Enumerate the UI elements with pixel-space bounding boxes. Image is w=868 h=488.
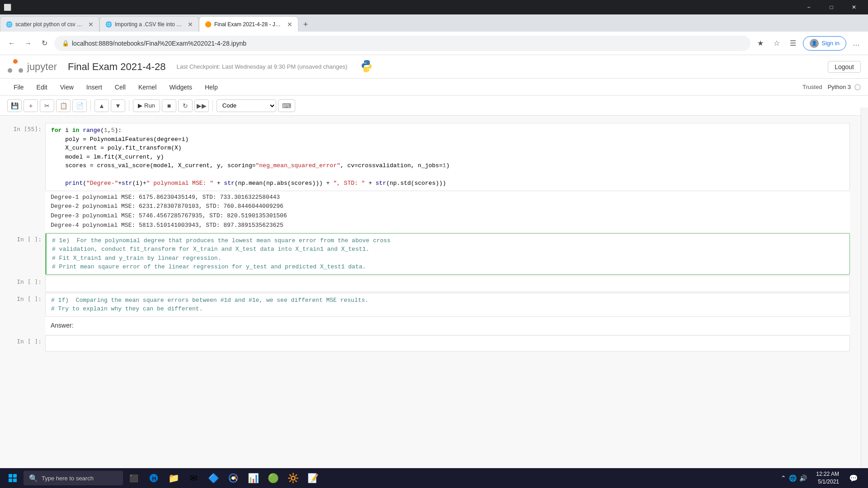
cell-empty-code[interactable] [45,276,850,292]
forward-button[interactable]: → [22,37,34,50]
paste-button[interactable]: 📄 [72,99,87,112]
menu-insert[interactable]: Insert [80,82,108,93]
tab-1-close[interactable]: ✕ [88,21,94,28]
excel-taskbar-icon[interactable]: 📊 [244,469,262,487]
menu-edit[interactable]: Edit [30,82,54,93]
kernel-label: Python 3 [828,84,851,90]
cell-empty2-container: In [ ]: [0,335,868,352]
app5-icon: 🟢 [268,473,279,483]
keyboard-button[interactable]: ⌨ [278,99,295,112]
explorer-taskbar-icon[interactable]: 📁 [165,469,183,487]
stop-button[interactable]: ■ [162,99,176,112]
svg-point-1 [8,68,12,73]
save-button[interactable]: 💾 [7,99,22,112]
volume-icon[interactable]: 🔊 [799,474,807,482]
taskbar-left: 🔍 Type here to search ⬛ 📁 ✉ 🔷 [0,469,322,487]
menu-widgets[interactable]: Widgets [163,82,198,93]
add-cell-button[interactable]: + [24,99,38,112]
cell-type-select[interactable]: Code Markdown Raw NBConvert [217,99,276,112]
app5-taskbar-icon[interactable]: 🟢 [264,469,282,487]
maximize-button[interactable]: □ [821,0,842,14]
right-sidebar [861,108,868,487]
cell-empty2-number: In [ ]: [0,335,45,352]
app3-taskbar-icon[interactable]: 🔷 [204,469,222,487]
new-tab-button[interactable]: + [298,17,313,32]
restart-run-button[interactable]: ▶▶ [194,99,209,112]
favorites-icon[interactable]: ☆ [770,37,783,50]
separator-3 [212,100,213,111]
separator-2 [129,100,129,111]
notifications-button[interactable]: 💬 [844,469,863,487]
chrome-taskbar-icon[interactable] [224,469,242,487]
edge-taskbar-icon[interactable] [145,469,163,487]
start-button[interactable] [4,469,22,487]
cell-empty-content [45,276,850,292]
cell-1f-code-text: # 1f) Comparing the mean square errors b… [51,296,844,314]
tab-1-favicon: 🌐 [6,21,13,28]
menu-cell[interactable]: Cell [108,82,132,93]
app3-icon: 🔷 [208,473,219,483]
cell-55-code[interactable]: for i in range(1,5): poly = PolynomialFe… [45,123,850,191]
tab-1[interactable]: 🌐 scatter plot python of csv list - B...… [0,16,99,32]
close-button[interactable]: ✕ [844,0,864,14]
trusted-label: Trusted [802,84,822,90]
cell-1f-code[interactable]: # 1f) Comparing the mean square errors b… [45,293,850,317]
clock-time: 12:22 AM [816,470,839,478]
refresh-button[interactable]: ↻ [38,37,51,50]
tab-3-close[interactable]: ✕ [287,21,292,28]
settings-icon[interactable]: … [850,37,863,50]
restart-button[interactable]: ↻ [178,99,193,112]
cell-empty2-code[interactable] [45,335,850,352]
svg-point-7 [231,476,235,479]
cell-55-code-text: for i in range(1,5): poly = PolynomialFe… [51,126,844,188]
checkpoint-text: Last Checkpoint: Last Wednesday at 9:30 … [177,63,348,70]
run-button[interactable]: ▶ Run [133,99,160,112]
move-down-button[interactable]: ▼ [111,99,125,112]
jupyter-notebook-title[interactable]: Final Exam 2021-4-28 [68,61,165,73]
cell-empty-container: In [ ]: [0,276,868,292]
menu-file[interactable]: File [7,82,30,93]
cell-empty2-content [45,335,850,352]
output-line-3: Degree-3 polynomial MSE: 5746.4567285767… [51,211,844,221]
cell-1e-code[interactable]: # 1e) For the polynomial degree that pro… [45,233,850,275]
system-tray: ⌃ 🌐 🔊 [777,474,811,482]
app6-icon: 🔆 [288,473,299,483]
taskbar-search[interactable]: 🔍 Type here to search [24,471,123,485]
url-bar[interactable]: 🔒 localhost:8889/notebooks/Final%20Exam%… [54,36,750,51]
task-view-icon: ⬛ [129,474,138,483]
logout-button[interactable]: Logout [828,61,861,73]
app7-taskbar-icon[interactable]: 📝 [304,469,322,487]
taskbar-right: ⌃ 🌐 🔊 12:22 AM 5/1/2021 💬 [777,469,868,487]
minimize-button[interactable]: − [798,0,819,14]
browser-icon: ⬜ [4,4,11,11]
network-icon[interactable]: 🌐 [789,474,797,482]
python-logo [360,59,373,75]
back-button[interactable]: ← [5,37,18,50]
cut-button[interactable]: ✂ [40,99,54,112]
taskbar-clock[interactable]: 12:22 AM 5/1/2021 [812,470,843,486]
mail-taskbar-icon[interactable]: ✉ [184,469,203,487]
copy-button[interactable]: 📋 [56,99,71,112]
task-view-button[interactable]: ⬛ [125,469,143,487]
tab-3-favicon: 🟠 [205,21,212,28]
tray-chevron-icon[interactable]: ⌃ [781,474,786,482]
sign-in-button[interactable]: 👤 Sign in [803,36,846,51]
menu-kernel[interactable]: Kernel [132,82,163,93]
excel-icon: 📊 [248,473,259,483]
extensions-icon[interactable]: ★ [754,37,767,50]
jupyter-logo-text: jupyter [27,61,57,73]
app6-taskbar-icon[interactable]: 🔆 [284,469,302,487]
collections-icon[interactable]: ☰ [787,37,799,50]
move-up-button[interactable]: ▲ [94,99,109,112]
tab-2[interactable]: 🌐 Importing a .CSV file into Python... ✕ [99,16,199,32]
menu-view[interactable]: View [54,82,80,93]
kernel-status-indicator [854,84,861,90]
menu-bar: File Edit View Insert Cell Kernel Widget… [0,79,868,96]
notebook-area[interactable]: In [55]: for i in range(1,5): poly = Pol… [0,116,868,488]
search-text: Type here to search [42,475,94,482]
cell-1f-output: Answer: [45,317,850,335]
answer-label: Answer: [51,322,74,329]
tab-3[interactable]: 🟠 Final Exam 2021-4-28 - Jupyter ... ✕ [199,16,298,32]
tab-2-close[interactable]: ✕ [188,21,193,28]
menu-help[interactable]: Help [198,82,224,93]
